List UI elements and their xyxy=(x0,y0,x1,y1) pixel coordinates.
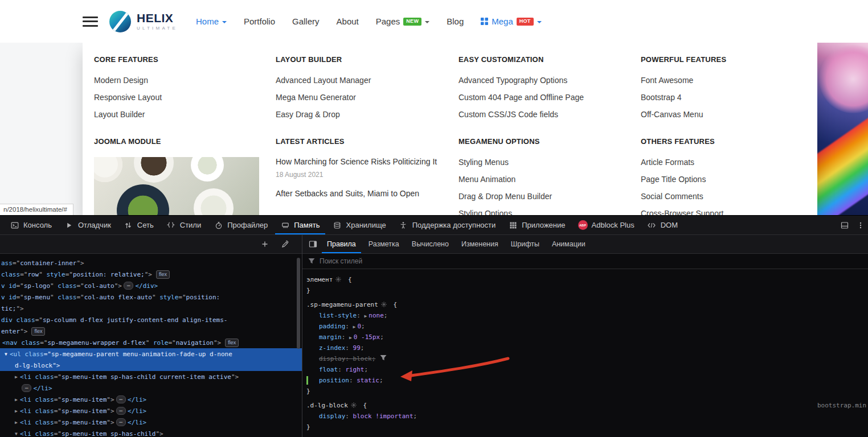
megamenu-link[interactable]: Styling Menus xyxy=(458,157,641,174)
nav-item-pages[interactable]: PagesNEW xyxy=(376,17,429,26)
markup-node[interactable]: enter">flex xyxy=(0,325,302,337)
megamenu-link[interactable]: Custom 404 Page and Offline Page xyxy=(458,92,641,109)
nav-item-blog[interactable]: Blog xyxy=(447,17,464,26)
hamburger-menu-button[interactable] xyxy=(83,14,98,29)
devtools-tab-accessibility[interactable]: Поддержка доступности xyxy=(392,216,502,234)
megamenu-link[interactable]: Drag & Drop Menu Builder xyxy=(458,191,641,208)
article-item[interactable]: How Marching for Science Risks Politiciz… xyxy=(276,157,458,179)
rule-selector-row[interactable]: .sp-megamenu-parent { xyxy=(306,299,868,310)
expand-value-icon[interactable]: ▶ xyxy=(349,335,352,340)
pane-toggle-icon[interactable] xyxy=(305,235,321,253)
devtools-tab-profiler[interactable]: Профайлер xyxy=(207,216,274,234)
megamenu-link[interactable]: Article Formats xyxy=(641,157,817,174)
flex-badge[interactable]: flex xyxy=(225,339,239,347)
nav-item-gallery[interactable]: Gallery xyxy=(292,17,320,26)
expand-value-icon[interactable]: ▶ xyxy=(353,324,356,329)
megamenu-link[interactable]: Menu Animation xyxy=(458,174,641,191)
devtools-tab-network[interactable]: Сеть xyxy=(117,216,160,234)
filter-icon[interactable] xyxy=(380,354,387,361)
markup-node[interactable]: ▼<ul class="sp-megamenu-parent menu-anim… xyxy=(0,348,302,360)
sidebar-tab-layout[interactable]: Разметка xyxy=(362,235,406,253)
markup-node[interactable]: ▼<li class="sp-menu-item sp-has-child"> xyxy=(0,428,302,437)
split-console-icon[interactable] xyxy=(841,221,849,229)
markup-scrollbar[interactable] xyxy=(296,257,301,435)
devtools-tab-debugger[interactable]: Отладчик xyxy=(58,216,117,234)
flex-badge[interactable]: flex xyxy=(31,327,45,336)
devtools-tab-adblock[interactable]: ABPAdblock Plus xyxy=(572,216,641,234)
scrollbar-thumb[interactable] xyxy=(297,258,300,349)
markup-node[interactable]: class="row" style="position: relative;">… xyxy=(0,269,302,280)
ellipsis-badge[interactable]: ⋯ xyxy=(124,282,133,290)
markup-node[interactable]: ▶<li class="sp-menu-item">⋯</li> xyxy=(0,394,302,405)
gear-icon[interactable] xyxy=(351,402,357,408)
css-declaration[interactable]: margin: ▶0 -15px; xyxy=(306,332,868,343)
megamenu-link[interactable]: Mega Menu Generator xyxy=(276,92,458,109)
megamenu-link[interactable]: Off-Canvas Menu xyxy=(641,109,817,126)
markup-node[interactable]: v id="sp-logo" class="col-auto">⋯</div> xyxy=(0,280,302,291)
megamenu-link[interactable]: Custom CSS/JS Code fields xyxy=(458,109,641,126)
devtools-tab-console[interactable]: Консоль xyxy=(3,216,58,234)
twisty-down-icon[interactable]: ▼ xyxy=(13,431,20,436)
nav-item-portfolio[interactable]: Portfolio xyxy=(244,17,275,26)
markup-node[interactable]: ▶<li class="sp-menu-item">⋯</li> xyxy=(0,417,302,428)
css-declaration[interactable]: float: right; xyxy=(306,364,868,375)
ellipsis-badge[interactable]: ⋯ xyxy=(22,384,31,392)
megamenu-link[interactable]: Bootstrap 4 xyxy=(641,92,817,109)
devtools-tab-memory[interactable]: Память xyxy=(274,216,326,234)
eyedropper-picker-icon[interactable] xyxy=(281,240,289,248)
nav-item-home[interactable]: Home xyxy=(196,17,227,26)
markup-node[interactable]: tic;"> xyxy=(0,303,302,314)
markup-node[interactable]: ▶<li class="sp-menu-item sp-has-child cu… xyxy=(0,371,302,382)
markup-node[interactable]: div class="sp-column d-flex justify-cont… xyxy=(0,314,302,325)
sidebar-tab-fonts[interactable]: Шрифты xyxy=(505,235,546,253)
twisty-right-icon[interactable]: ▶ xyxy=(13,374,20,380)
devtools-tab-application[interactable]: Приложение xyxy=(502,216,571,234)
ellipsis-badge[interactable]: ⋯ xyxy=(116,395,126,403)
megamenu-link[interactable]: Styling Options xyxy=(458,208,641,215)
gear-icon[interactable] xyxy=(335,277,341,282)
ellipsis-badge[interactable]: ⋯ xyxy=(116,418,126,426)
rule-selector-row[interactable]: .d-lg-block {bootstrap.min xyxy=(306,400,868,411)
rule-selector-row[interactable]: элемент { xyxy=(306,274,868,285)
twisty-right-icon[interactable]: ▶ xyxy=(13,420,20,425)
css-declaration[interactable]: padding: ▶0; xyxy=(306,321,868,332)
flex-badge[interactable]: flex xyxy=(156,270,170,279)
megamenu-link[interactable]: Modern Design xyxy=(94,75,276,92)
sidebar-tab-computed[interactable]: Вычислено xyxy=(406,235,455,253)
css-declaration[interactable]: display: block !important; xyxy=(306,411,868,422)
devtools-tab-storage[interactable]: Хранилище xyxy=(326,216,392,234)
article-item[interactable]: After Setbacks and Suits, Miami to Open xyxy=(276,189,458,198)
markup-node[interactable]: v id="sp-menu" class="col-auto flex-auto… xyxy=(0,291,302,303)
devtools-tab-styles[interactable]: Стили xyxy=(160,216,207,234)
megamenu-link[interactable]: Cross-Browser Support xyxy=(641,208,817,215)
css-declaration[interactable]: list-style: ▶none; xyxy=(306,310,868,321)
megamenu-link[interactable]: Easy Drag & Drop xyxy=(276,109,458,126)
markup-node[interactable]: ⋯</li> xyxy=(0,382,302,394)
markup-node[interactable]: ass="container-inner"> xyxy=(0,257,302,269)
nav-item-about[interactable]: About xyxy=(337,17,359,26)
meatball-menu-icon[interactable] xyxy=(857,221,865,229)
twisty-down-icon[interactable]: ▼ xyxy=(2,352,10,357)
megamenu-link[interactable]: Page Title Options xyxy=(641,174,817,191)
ellipsis-badge[interactable]: ⋯ xyxy=(116,407,126,415)
sidebar-tab-rules[interactable]: Правила xyxy=(321,235,362,253)
devtools-tab-dom[interactable]: DOM xyxy=(641,216,684,234)
css-declaration[interactable]: z-index: 99; xyxy=(306,343,868,353)
twisty-right-icon[interactable]: ▶ xyxy=(13,397,20,402)
site-logo[interactable]: HELIX ULTIMATE xyxy=(109,11,178,32)
megamenu-link[interactable]: Advanced Layout Manager xyxy=(276,75,458,92)
css-declaration[interactable]: display: block; xyxy=(306,353,868,364)
nav-item-mega[interactable]: MegaHOT xyxy=(481,17,541,26)
markup-node[interactable]: d-lg-block"> xyxy=(0,360,302,371)
megamenu-link[interactable]: Layout Builder xyxy=(94,109,276,126)
css-declaration[interactable]: position: static; xyxy=(306,375,868,386)
megamenu-link[interactable]: Social Comments xyxy=(641,191,817,208)
twisty-right-icon[interactable]: ▶ xyxy=(13,409,20,414)
sidebar-tab-changes[interactable]: Изменения xyxy=(455,235,505,253)
expand-value-icon[interactable]: ▶ xyxy=(364,314,367,319)
markup-node[interactable]: <nav class="sp-megamenu-wrapper d-flex" … xyxy=(0,337,302,348)
sidebar-tab-animations[interactable]: Анимации xyxy=(546,235,592,253)
style-filter-box[interactable]: Поиск стилей xyxy=(302,254,868,269)
markup-node[interactable]: ▶<li class="sp-menu-item">⋯</li> xyxy=(0,405,302,417)
stylesheet-source-link[interactable]: bootstrap.min xyxy=(817,400,866,411)
